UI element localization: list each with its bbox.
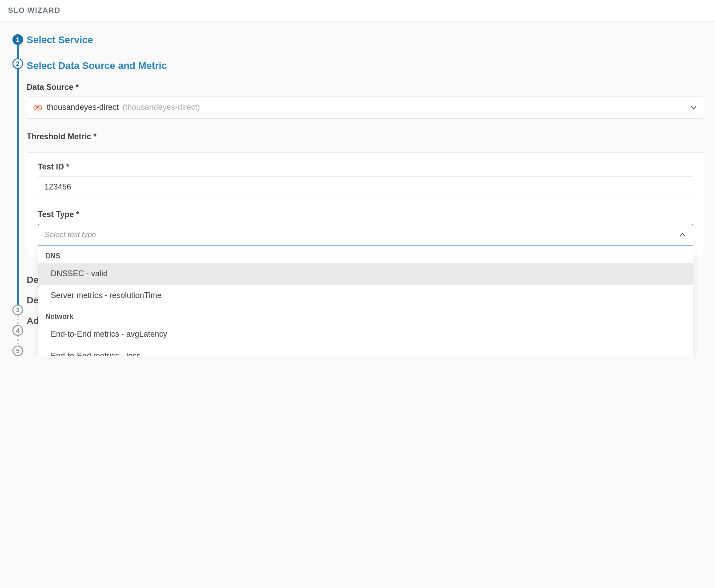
step-3-circle[interactable]: 3 bbox=[12, 305, 23, 315]
step-2-title: Select Data Source and Metric bbox=[27, 60, 704, 72]
data-source-name: thousandeyes-direct bbox=[47, 103, 119, 112]
test-id-label: Test ID bbox=[38, 162, 693, 172]
data-source-select[interactable]: thousandeyes-direct (thousandeyes-direct… bbox=[27, 97, 704, 119]
data-source-hint: (thousandeyes-direct) bbox=[123, 103, 200, 112]
wizard-content: Select Service Select Data Source and Me… bbox=[27, 34, 715, 356]
wizard-container: 1 2 3 4 5 Select Service Select Data Sou… bbox=[0, 22, 715, 356]
step-1-circle[interactable]: 1 bbox=[12, 34, 23, 45]
test-type-placeholder: Select test type bbox=[44, 230, 96, 239]
svg-point-2 bbox=[37, 107, 39, 108]
test-type-dropdown-menu: DNS DNSSEC - valid Server metrics - reso… bbox=[38, 246, 693, 356]
test-type-select[interactable]: Select test type bbox=[38, 224, 693, 246]
dd-group-network: Network bbox=[38, 306, 693, 323]
dd-item-server-resolutiontime[interactable]: Server metrics - resolutionTime bbox=[38, 285, 693, 306]
dd-item-e2e-avglatency[interactable]: End-to-End metrics - avgLatency bbox=[38, 323, 693, 345]
connector-3-4 bbox=[17, 315, 19, 325]
threshold-metric-box: Test ID Test Type Select test type DNS D… bbox=[27, 152, 704, 256]
step-5-circle[interactable]: 5 bbox=[12, 346, 23, 356]
step-4-circle[interactable]: 4 bbox=[12, 325, 23, 336]
thousandeyes-icon bbox=[33, 105, 42, 111]
test-type-label: Test Type bbox=[38, 210, 693, 219]
step-1-title[interactable]: Select Service bbox=[27, 34, 704, 46]
data-source-label: Data Source bbox=[27, 83, 704, 92]
dd-group-dns: DNS bbox=[38, 246, 693, 263]
chevron-up-icon bbox=[679, 231, 687, 239]
stepper: 1 2 3 4 5 bbox=[9, 34, 27, 356]
page-header: SLO WIZARD bbox=[0, 0, 715, 22]
test-id-input[interactable] bbox=[38, 176, 693, 198]
dd-item-dnssec-valid[interactable]: DNSSEC - valid bbox=[38, 263, 693, 285]
threshold-metric-label: Threshold Metric bbox=[27, 132, 704, 141]
step-2-circle[interactable]: 2 bbox=[12, 58, 23, 69]
connector-2-3 bbox=[17, 69, 19, 305]
chevron-down-icon bbox=[690, 104, 698, 112]
test-type-dropdown-wrap: Select test type DNS DNSSEC - valid Serv… bbox=[38, 224, 693, 246]
connector-1-2 bbox=[17, 45, 19, 58]
connector-4-5 bbox=[17, 336, 19, 346]
dd-item-e2e-loss[interactable]: End-to-End metrics - loss bbox=[38, 345, 693, 356]
